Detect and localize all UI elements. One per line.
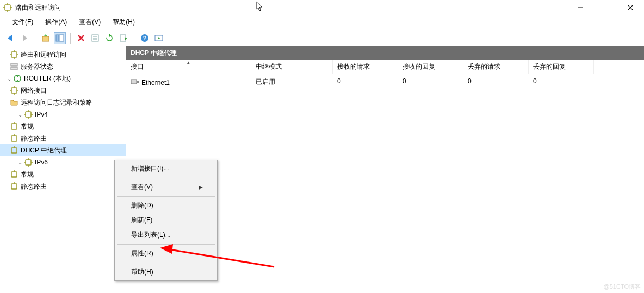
svg-rect-61 bbox=[11, 184, 17, 189]
tree-ipv4-static[interactable]: 静态路由 bbox=[0, 132, 126, 144]
menu-action[interactable]: 操作(A) bbox=[43, 16, 69, 28]
tree-server-status-label: 服务器状态 bbox=[21, 62, 53, 71]
back-button[interactable] bbox=[4, 32, 16, 44]
cm-properties[interactable]: 属性(R) bbox=[116, 246, 216, 261]
expander-icon[interactable]: ⌄ bbox=[16, 112, 24, 118]
svg-rect-33 bbox=[11, 63, 17, 66]
navigation-tree[interactable]: 路由和远程访问 服务器状态 ⌄ROUTER (本地) 网络接口 远程访问日志记录… bbox=[0, 46, 126, 293]
tree-ipv4-dhcp-relay[interactable]: DHCP 中继代理 bbox=[0, 144, 126, 156]
column-resp-recv[interactable]: 接收的回复 bbox=[398, 60, 463, 74]
nic-icon bbox=[131, 77, 139, 88]
run-button[interactable] bbox=[153, 32, 165, 44]
cell-resp-discard: 0 bbox=[529, 75, 594, 90]
tree-root[interactable]: 路由和远程访问 bbox=[0, 48, 126, 60]
svg-marker-12 bbox=[44, 34, 48, 36]
properties-button[interactable] bbox=[89, 32, 101, 44]
cm-delete[interactable]: 删除(D) bbox=[116, 198, 216, 213]
tree-router-label: ROUTER (本地) bbox=[24, 74, 71, 83]
svg-rect-13 bbox=[56, 35, 59, 41]
tree-root-label: 路由和远程访问 bbox=[21, 50, 66, 59]
show-hide-tree-button[interactable] bbox=[54, 32, 66, 44]
svg-marker-10 bbox=[23, 35, 27, 41]
cm-new-interface[interactable]: 新增接口(I)... bbox=[116, 161, 216, 176]
panel-title: DHCP 中继代理 bbox=[126, 46, 644, 60]
cell-relay-mode: 已启用 bbox=[251, 75, 333, 90]
context-menu: 新增接口(I)... 查看(V)▶ 删除(D) 刷新(F) 导出列表(L)...… bbox=[114, 160, 218, 281]
cm-refresh[interactable]: 刷新(F) bbox=[116, 213, 216, 228]
rras-icon bbox=[10, 134, 18, 143]
expander-icon[interactable]: ⌄ bbox=[16, 160, 24, 166]
tree-remote-log[interactable]: 远程访问日志记录和策略 bbox=[0, 96, 126, 108]
tree-ipv6-general[interactable]: 常规 bbox=[0, 168, 126, 180]
titlebar: 路由和远程访问 bbox=[0, 0, 644, 15]
rras-icon bbox=[24, 158, 33, 167]
svg-rect-43 bbox=[26, 112, 31, 117]
rras-icon bbox=[10, 182, 18, 191]
menu-help[interactable]: 帮助(H) bbox=[110, 16, 137, 28]
tree-ipv6[interactable]: ⌄IPv6 bbox=[0, 156, 126, 168]
svg-text:?: ? bbox=[143, 35, 147, 41]
svg-rect-50 bbox=[11, 136, 17, 141]
svg-marker-21 bbox=[109, 34, 111, 37]
menu-separator bbox=[117, 263, 215, 263]
tree-netif-label: 网络接口 bbox=[21, 86, 47, 95]
export-button[interactable] bbox=[117, 32, 129, 44]
forward-button[interactable] bbox=[18, 32, 30, 44]
rras-icon bbox=[10, 170, 18, 179]
rras-icon bbox=[24, 110, 33, 119]
tree-server-status[interactable]: 服务器状态 bbox=[0, 60, 126, 72]
cursor-icon bbox=[256, 1, 264, 13]
toolbar-separator bbox=[35, 33, 35, 44]
column-interface[interactable]: 接口▴ bbox=[126, 60, 251, 74]
svg-rect-54 bbox=[26, 160, 31, 165]
svg-rect-59 bbox=[11, 172, 17, 177]
column-resp-discard[interactable]: 丢弃的回复 bbox=[529, 60, 594, 74]
toolbar-separator bbox=[134, 33, 134, 44]
column-req-recv[interactable]: 接收的请求 bbox=[333, 60, 398, 74]
minimize-button[interactable] bbox=[568, 0, 593, 15]
cm-help[interactable]: 帮助(H) bbox=[116, 265, 216, 279]
tree-ipv6-static[interactable]: 静态路由 bbox=[0, 180, 126, 192]
tree-ipv4-general[interactable]: 常规 bbox=[0, 120, 126, 132]
svg-rect-48 bbox=[11, 124, 17, 129]
tree-router[interactable]: ⌄ROUTER (本地) bbox=[0, 72, 126, 84]
column-relay-mode[interactable]: 中继模式 bbox=[251, 60, 333, 74]
rras-icon bbox=[10, 50, 18, 59]
menu-file[interactable]: 文件(F) bbox=[10, 16, 35, 28]
cell-req-recv: 0 bbox=[333, 75, 398, 90]
toolbar: ? bbox=[0, 30, 644, 46]
tree-network-interfaces[interactable]: 网络接口 bbox=[0, 84, 126, 96]
toolbar-separator bbox=[70, 33, 71, 44]
column-req-discard[interactable]: 丢弃的请求 bbox=[463, 60, 529, 74]
column-header-row: 接口▴ 中继模式 接收的请求 接收的回复 丢弃的请求 丢弃的回复 bbox=[126, 60, 644, 74]
rras-icon bbox=[10, 146, 18, 155]
window-title: 路由和远程访问 bbox=[15, 3, 568, 13]
table-row[interactable]: Ethernet1 已启用 0 0 0 0 bbox=[126, 74, 644, 91]
tree-log-label: 远程访问日志记录和策略 bbox=[21, 98, 92, 107]
cell-req-discard: 0 bbox=[463, 75, 529, 90]
menu-separator bbox=[117, 196, 215, 197]
svg-rect-38 bbox=[11, 88, 17, 93]
svg-rect-34 bbox=[11, 67, 17, 70]
tree-ipv6-label: IPv6 bbox=[35, 158, 48, 166]
tree-ipv4-general-label: 常规 bbox=[21, 122, 34, 131]
cell-interface: Ethernet1 bbox=[141, 79, 170, 87]
menu-view[interactable]: 查看(V) bbox=[77, 16, 103, 28]
up-button[interactable] bbox=[40, 32, 52, 44]
help-button[interactable]: ? bbox=[139, 32, 151, 44]
close-button[interactable] bbox=[618, 0, 643, 15]
menubar: 文件(F) 操作(A) 查看(V) 帮助(H) bbox=[0, 15, 644, 30]
refresh-button[interactable] bbox=[103, 32, 115, 44]
svg-rect-11 bbox=[42, 36, 49, 41]
svg-rect-14 bbox=[59, 35, 64, 41]
maximize-button[interactable] bbox=[593, 0, 618, 15]
svg-rect-52 bbox=[11, 148, 17, 153]
tree-ipv4[interactable]: ⌄IPv4 bbox=[0, 108, 126, 120]
delete-button[interactable] bbox=[75, 32, 87, 44]
tree-ipv4-static-label: 静态路由 bbox=[21, 134, 47, 143]
expander-icon[interactable]: ⌄ bbox=[5, 76, 13, 82]
cm-view[interactable]: 查看(V)▶ bbox=[116, 180, 216, 194]
cm-export[interactable]: 导出列表(L)... bbox=[116, 228, 216, 242]
rras-icon bbox=[10, 122, 18, 131]
submenu-arrow-icon: ▶ bbox=[199, 184, 203, 190]
